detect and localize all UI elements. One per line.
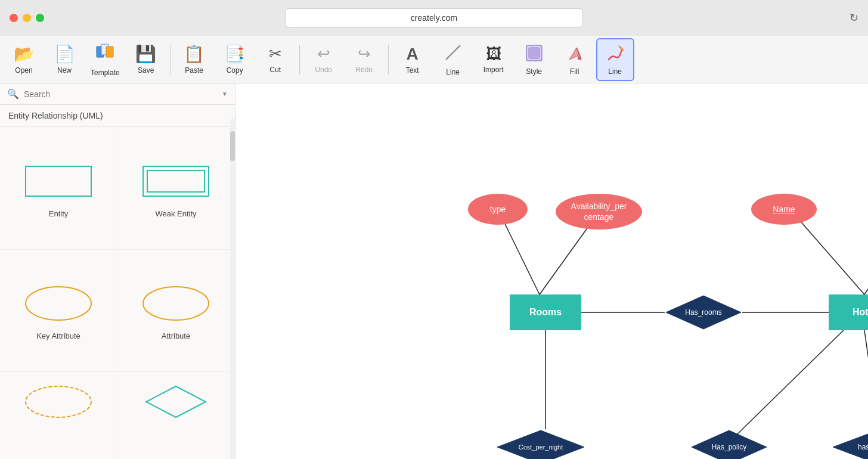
toolbar-save[interactable]: 💾 Save — [127, 38, 165, 81]
rel-cost[interactable]: Cost_per_night — [496, 429, 585, 459]
redo-label: Redo — [355, 66, 373, 74]
canvas[interactable]: type Availability_percentage Name Rating… — [235, 83, 868, 459]
url-text: creately.com — [411, 13, 457, 23]
url-bar[interactable]: creately.com — [285, 8, 583, 27]
attribute-label: Attribute — [162, 331, 190, 340]
entity-rooms-label: Rooms — [529, 307, 562, 318]
fill-icon — [565, 43, 585, 65]
toolbar-redo[interactable]: ↪ Redo — [345, 38, 383, 81]
attr-name[interactable]: Name — [751, 194, 817, 225]
toolbar-paste[interactable]: 📋 Paste — [175, 38, 213, 81]
toolbar-style[interactable]: Style — [515, 38, 553, 81]
main-layout: 🔍 ▼ Entity Relationship (UML) Entity — [0, 83, 868, 459]
template-label: Template — [91, 69, 120, 77]
svg-rect-9 — [147, 170, 204, 192]
import-icon: 🖼 — [486, 45, 501, 63]
shape-attribute[interactable]: Attribute — [117, 250, 235, 373]
entity-hotel-label: Hotel — [852, 307, 868, 318]
redo-icon: ↪ — [358, 45, 371, 63]
weak-entity-shape — [140, 160, 212, 202]
entity-label: Entity — [49, 209, 69, 218]
shape-partial-key-attr[interactable] — [0, 372, 117, 459]
cut-icon: ✂ — [269, 45, 282, 63]
save-icon: 💾 — [135, 44, 156, 64]
svg-rect-2 — [106, 46, 113, 57]
toolbar-undo[interactable]: ↩ Undo — [305, 38, 343, 81]
svg-point-12 — [26, 386, 91, 417]
style-label: Style — [526, 67, 542, 76]
svg-text:Cost_per_night: Cost_per_night — [519, 444, 563, 451]
svg-point-10 — [26, 287, 91, 320]
search-bar: 🔍 ▼ — [0, 83, 235, 105]
maximize-button[interactable] — [36, 14, 44, 22]
rel-has-facilities[interactable]: has-facilities — [832, 429, 868, 459]
import-label: Import — [483, 66, 504, 74]
traffic-lights — [10, 14, 44, 22]
svg-rect-5 — [529, 48, 540, 58]
svg-marker-13 — [146, 386, 206, 417]
open-icon: 📂 — [14, 44, 35, 64]
open-label: Open — [15, 66, 32, 75]
svg-text:Has_rooms: Has_rooms — [685, 308, 721, 317]
shape-key-attribute[interactable]: Key Attribute — [0, 250, 117, 373]
paste-icon: 📋 — [184, 44, 204, 64]
sidebar-collapse-icon[interactable]: ▼ — [222, 91, 228, 97]
toolbar-fill[interactable]: Fill — [556, 38, 594, 81]
undo-label: Undo — [315, 66, 332, 74]
sidebar-scrollbar[interactable] — [230, 119, 235, 459]
toolbar-text[interactable]: A Text — [393, 38, 432, 81]
sidebar-scrollbar-thumb — [230, 131, 235, 161]
copy-label: Copy — [227, 66, 243, 75]
shape-partial-attr[interactable] — [117, 372, 235, 459]
attr-type[interactable]: type — [468, 194, 528, 225]
save-label: Save — [138, 66, 154, 75]
new-icon: 📄 — [54, 44, 75, 64]
close-button[interactable] — [10, 14, 18, 22]
er-diagram-svg — [235, 83, 868, 459]
shapes-grid: Entity Weak Entity Key — [0, 127, 235, 459]
line-active-label: Line — [608, 67, 622, 76]
toolbar-line[interactable]: Line — [434, 38, 472, 81]
attr-availability[interactable]: Availability_percentage — [556, 194, 642, 230]
new-label: New — [57, 66, 72, 75]
shape-entity[interactable]: Entity — [0, 127, 117, 250]
paste-label: Paste — [185, 66, 203, 75]
svg-point-11 — [143, 287, 209, 320]
key-attribute-shape — [23, 283, 94, 324]
entity-hotel[interactable]: Hotel — [829, 294, 868, 330]
rel-has-policy[interactable]: Has_policy — [690, 429, 768, 459]
search-icon: 🔍 — [7, 88, 19, 100]
toolbar-cut[interactable]: ✂ Cut — [256, 38, 294, 81]
key-attribute-label: Key Attribute — [36, 331, 80, 340]
entity-rooms[interactable]: Rooms — [510, 294, 581, 330]
svg-text:has-facilities: has-facilities — [858, 443, 868, 451]
separator-3 — [388, 45, 389, 75]
text-icon: A — [407, 45, 418, 64]
undo-icon: ↩ — [317, 45, 330, 63]
attr-name-label: Name — [773, 204, 795, 214]
line-active-icon — [605, 43, 625, 65]
toolbar-copy[interactable]: 📑 Copy — [216, 38, 254, 81]
svg-line-23 — [864, 330, 868, 435]
style-icon — [524, 43, 544, 65]
copy-icon: 📑 — [224, 44, 245, 64]
search-input[interactable] — [24, 89, 217, 99]
toolbar-new[interactable]: 📄 New — [45, 38, 83, 81]
toolbar-template[interactable]: Template — [86, 38, 125, 81]
toolbar-open[interactable]: 📂 Open — [5, 38, 43, 81]
toolbar-line-active[interactable]: Line — [596, 38, 634, 81]
rel-has-rooms[interactable]: Has_rooms — [665, 294, 742, 330]
toolbar-import[interactable]: 🖼 Import — [475, 38, 513, 81]
extra-lines — [235, 83, 868, 459]
titlebar: creately.com ↻ — [0, 0, 868, 36]
entity-shape — [23, 160, 94, 202]
partial-attr-shape — [140, 384, 212, 420]
sidebar-category: Entity Relationship (UML) — [0, 105, 235, 127]
separator-1 — [170, 45, 170, 75]
fill-label: Fill — [570, 67, 579, 76]
shape-weak-entity[interactable]: Weak Entity — [117, 127, 235, 250]
attr-availability-label: Availability_percentage — [571, 201, 627, 222]
svg-line-17 — [864, 209, 868, 294]
refresh-button[interactable]: ↻ — [850, 11, 858, 24]
minimize-button[interactable] — [23, 14, 31, 22]
